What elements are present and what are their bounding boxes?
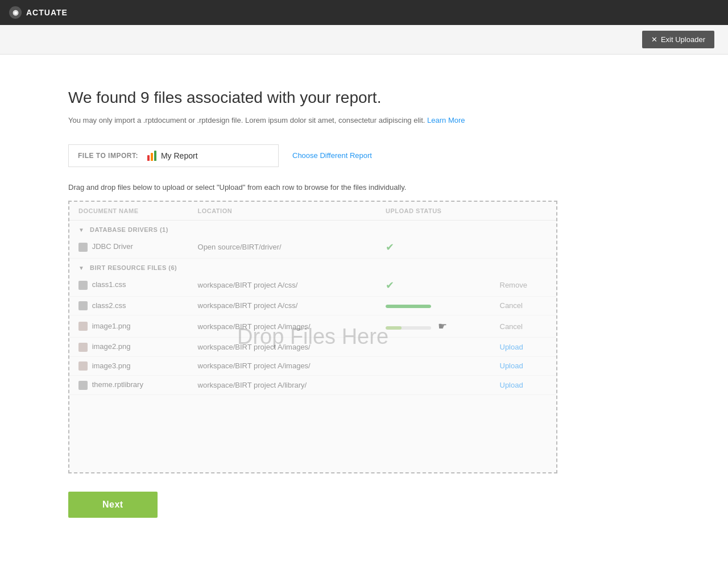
chevron-down-icon: ▼ — [78, 227, 84, 233]
subtitle-text: You may only import a .rptdocument or .r… — [68, 115, 557, 126]
status-done-icon: ✔ — [386, 280, 394, 291]
action-cancel[interactable]: Cancel — [500, 301, 523, 310]
file-location-cell: workspace/BIRT project A/library/ — [189, 376, 377, 395]
table-row: image1.png workspace/BIRT project A/imag… — [69, 315, 556, 338]
col-doc-name: DOCUMENT NAME — [69, 202, 189, 221]
action-upload[interactable]: Upload — [500, 361, 523, 370]
app-header: ◉ ACTUATE — [0, 0, 728, 25]
table-row: class2.css workspace/BIRT project A/css/… — [69, 296, 556, 315]
drop-zone[interactable]: Drop Files Here DOCUMENT NAME LOCATION U… — [68, 201, 557, 473]
next-button-container: Next — [68, 492, 557, 518]
file-name-cell: image1.png — [92, 322, 131, 330]
file-location-cell: Open source/BIRT/driver/ — [189, 236, 377, 259]
main-content: We found 9 files associated with your re… — [0, 55, 626, 541]
table-row: image3.png workspace/BIRT project A/imag… — [69, 356, 556, 376]
logo-icon: ◉ — [9, 6, 22, 19]
action-cancel[interactable]: Cancel — [500, 322, 523, 331]
choose-different-report-link[interactable]: Choose Different Report — [292, 151, 372, 160]
table-row: image2.png workspace/BIRT project A/imag… — [69, 338, 556, 357]
learn-more-link[interactable]: Learn More — [427, 116, 465, 124]
file-type-icon — [78, 243, 88, 252]
file-location-cell: workspace/BIRT project A/images/ — [189, 356, 377, 376]
file-import-bar: FILE TO IMPORT: My Report Choose Differe… — [68, 144, 557, 167]
action-upload[interactable]: Upload — [500, 343, 523, 351]
file-name-cell: class1.css — [92, 280, 126, 289]
section-header-birt[interactable]: ▼ BIRT RESOURCE FILES (6) — [69, 258, 556, 275]
file-status-cell — [377, 296, 490, 315]
subtitle-body: You may only import a .rptdocument or .r… — [68, 116, 425, 124]
file-status-cell: ✔ — [377, 275, 490, 297]
logo-text: ACTUATE — [26, 8, 68, 17]
file-type-icon — [78, 381, 88, 390]
section-db-label: DATABASE DRIVERS (1) — [90, 226, 168, 233]
file-import-box: FILE TO IMPORT: My Report — [68, 144, 279, 167]
file-status-cell — [377, 376, 490, 395]
file-location-cell: workspace/BIRT project A/images/ — [189, 315, 377, 338]
progress-bar — [386, 305, 431, 308]
exit-uploader-button[interactable]: ✕ Exit Uploader — [642, 31, 714, 48]
file-location-cell: workspace/BIRT project A/css/ — [189, 296, 377, 315]
file-type-icon — [78, 281, 88, 290]
file-type-icon — [78, 322, 88, 331]
section-birt-label: BIRT RESOURCE FILES (6) — [90, 264, 177, 271]
file-location-cell: workspace/BIRT project A/images/ — [189, 338, 377, 357]
file-name-cell: theme.rptlibrary — [92, 380, 143, 389]
action-upload[interactable]: Upload — [500, 381, 523, 389]
close-icon: ✕ — [651, 35, 657, 44]
status-done-icon: ✔ — [386, 242, 394, 253]
table-row: class1.css workspace/BIRT project A/css/… — [69, 275, 556, 297]
exit-button-label: Exit Uploader — [661, 35, 705, 44]
progress-bar-fill — [386, 305, 431, 308]
next-button[interactable]: Next — [68, 492, 158, 518]
files-table: DOCUMENT NAME LOCATION UPLOAD STATUS ▼ D… — [69, 202, 556, 395]
file-name-cell: image2.png — [92, 342, 131, 351]
file-location-cell: workspace/BIRT project A/css/ — [189, 275, 377, 297]
table-row: JDBC Driver Open source/BIRT/driver/ ✔ — [69, 236, 556, 259]
file-status-cell — [377, 338, 490, 357]
file-name-cell: image3.png — [92, 361, 131, 370]
file-type-icon — [78, 361, 88, 371]
app-logo: ◉ ACTUATE — [9, 6, 68, 19]
top-bar: ✕ Exit Uploader — [0, 25, 728, 55]
file-name: My Report — [161, 151, 198, 160]
page-title: We found 9 files associated with your re… — [68, 89, 557, 107]
file-status-cell: ☛ — [377, 315, 490, 338]
file-status-cell: ✔ — [377, 236, 490, 259]
file-name-cell: class2.css — [92, 301, 126, 310]
progress-bar-fill — [386, 326, 402, 330]
cursor-icon: ☛ — [438, 321, 447, 332]
col-location: LOCATION — [189, 202, 377, 221]
drag-instructions: Drag and drop files below to upload or s… — [68, 183, 557, 192]
action-remove[interactable]: Remove — [500, 281, 527, 289]
col-upload-status: UPLOAD STATUS — [377, 202, 490, 221]
report-file-icon — [147, 151, 156, 161]
section-header-db[interactable]: ▼ DATABASE DRIVERS (1) — [69, 220, 556, 236]
file-status-cell — [377, 356, 490, 376]
file-type-icon — [78, 343, 88, 352]
file-type-icon — [78, 301, 88, 310]
file-name-cell: JDBC Driver — [92, 242, 133, 251]
chevron-down-icon: ▼ — [78, 265, 84, 271]
table-row: theme.rptlibrary workspace/BIRT project … — [69, 376, 556, 395]
file-import-label: FILE TO IMPORT: — [78, 152, 138, 160]
progress-bar — [386, 326, 431, 330]
